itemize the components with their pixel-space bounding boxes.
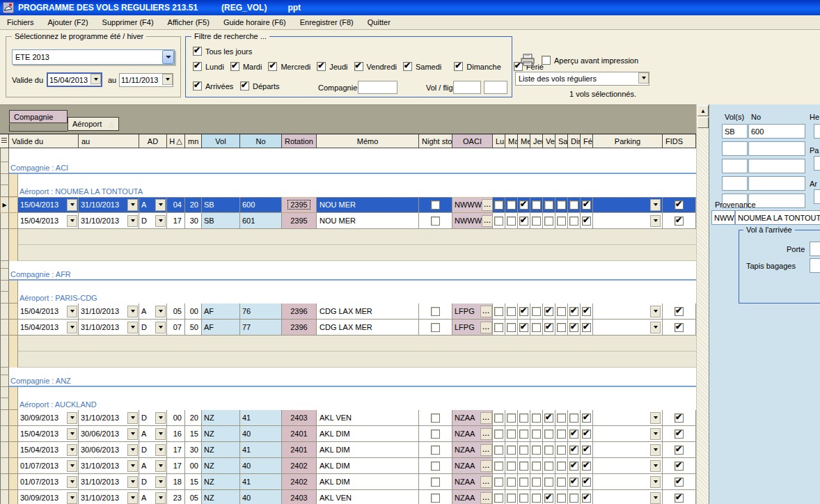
day-checkbox[interactable] [569, 216, 578, 226]
scrollbar-thumb[interactable] [697, 117, 709, 128]
night-stop-checkbox[interactable] [431, 414, 440, 423]
header-night-stop[interactable]: Night stop [419, 134, 452, 148]
fids-cell[interactable] [663, 474, 696, 490]
menu-item-guide[interactable]: Guide horaire (F6) [216, 16, 293, 29]
day-checkbox-samedi[interactable] [403, 62, 412, 71]
fids-cell[interactable] [663, 320, 696, 336]
chevron-down-icon[interactable] [650, 412, 661, 424]
valide-du-cell[interactable]: 15/04/2013 [18, 320, 79, 336]
day-cell-0[interactable] [493, 442, 505, 458]
ellipsis-button[interactable]: ... [480, 428, 492, 440]
chevron-down-icon[interactable] [67, 428, 77, 440]
memo-cell[interactable]: AKL DIM [317, 442, 419, 458]
day-cell-5[interactable] [555, 474, 568, 490]
rotation-cell[interactable]: 2402 [282, 474, 317, 490]
day-checkbox[interactable] [494, 414, 503, 423]
compagnie-input[interactable] [358, 81, 397, 94]
day-checkbox[interactable] [544, 216, 553, 226]
day-checkbox-jeudi[interactable] [317, 62, 326, 71]
minute-cell[interactable]: 15 [185, 426, 202, 442]
day-cell-0[interactable] [493, 213, 505, 229]
row-selector[interactable] [0, 148, 9, 162]
table-row[interactable]: 15/04/201331/10/2013D0750AF772396CDG LAX… [0, 320, 696, 336]
oaci-cell[interactable]: NZAA... [452, 410, 493, 426]
header-au[interactable]: au [79, 134, 139, 148]
chevron-down-icon[interactable] [650, 322, 661, 333]
header-oaci[interactable]: OACI [452, 134, 493, 148]
fids-checkbox[interactable] [675, 446, 684, 455]
au-cell[interactable]: 30/06/2013 [79, 426, 139, 442]
minute-cell[interactable]: 00 [185, 458, 202, 474]
day-cell-0[interactable] [493, 490, 505, 504]
day-checkbox[interactable] [544, 307, 553, 316]
row-selector[interactable] [0, 304, 9, 320]
row-selector[interactable] [0, 292, 9, 304]
day-cell-4[interactable] [543, 197, 555, 213]
row-selector[interactable] [0, 426, 9, 442]
header-fids[interactable]: FIDS [663, 134, 696, 148]
valide-du-cell[interactable]: 15/04/2013 [18, 213, 79, 229]
apercu-checkbox[interactable] [542, 56, 551, 65]
minute-cell[interactable]: 15 [185, 474, 202, 490]
porte-input[interactable] [810, 242, 820, 256]
day-cell-6[interactable] [568, 442, 581, 458]
vol-no-input-3[interactable] [748, 176, 805, 191]
chevron-down-icon[interactable] [127, 412, 138, 424]
minute-cell[interactable]: 05 [185, 490, 202, 504]
day-cell-7[interactable] [581, 197, 593, 213]
day-checkbox[interactable] [519, 414, 528, 423]
table-row[interactable]: 01/07/201331/10/2013A1700NZ402402AKL DIM… [0, 458, 696, 474]
day-checkbox[interactable] [544, 462, 553, 471]
day-checkbox[interactable] [507, 307, 516, 316]
night-stop-checkbox[interactable] [431, 478, 440, 487]
day-cell-2[interactable] [518, 320, 530, 336]
oaci-cell[interactable]: NZAA... [452, 458, 493, 474]
parking-cell[interactable] [593, 304, 663, 320]
header-mn[interactable]: mn [185, 134, 202, 148]
row-selector[interactable] [0, 281, 9, 292]
day-cell-0[interactable] [493, 197, 505, 213]
hour-cell[interactable]: 23 [167, 490, 185, 504]
printer-icon[interactable] [521, 54, 535, 67]
header-vol[interactable]: Vol [202, 134, 240, 148]
fids-checkbox[interactable] [675, 494, 684, 503]
header-day-0[interactable]: Lun [493, 134, 505, 148]
row-selector[interactable] [0, 410, 9, 426]
row-selector[interactable] [0, 375, 9, 387]
day-cell-4[interactable] [543, 320, 555, 336]
no-cell[interactable]: 40 [240, 458, 282, 474]
chevron-down-icon[interactable] [67, 460, 77, 472]
report-select[interactable]: Liste des vols réguliers [515, 72, 649, 86]
chevron-down-icon[interactable] [127, 444, 138, 456]
day-checkbox[interactable] [544, 323, 553, 332]
minute-cell[interactable]: 00 [185, 304, 202, 320]
day-checkbox[interactable] [569, 478, 578, 487]
day-cell-7[interactable] [581, 410, 593, 426]
day-cell-0[interactable] [493, 304, 505, 320]
au-cell[interactable]: 31/10/2013 [79, 320, 139, 336]
oaci-cell[interactable]: NZAA... [452, 474, 493, 490]
day-cell-7[interactable] [581, 458, 593, 474]
day-checkbox[interactable] [569, 430, 578, 439]
day-cell-6[interactable] [568, 304, 581, 320]
row-selector[interactable] [0, 213, 9, 229]
chevron-down-icon[interactable] [127, 428, 138, 440]
day-checkbox[interactable] [532, 216, 541, 226]
ellipsis-button[interactable]: ... [480, 444, 492, 456]
heure-input[interactable] [814, 124, 820, 139]
valide-du-cell[interactable]: 30/09/2013 [18, 410, 79, 426]
day-cell-0[interactable] [493, 410, 505, 426]
vol-cell[interactable]: SB [202, 197, 240, 213]
day-cell-3[interactable] [530, 304, 543, 320]
rotation-cell[interactable]: 2403 [282, 490, 317, 504]
day-checkbox[interactable] [557, 446, 566, 455]
vol-cell[interactable]: NZ [202, 474, 240, 490]
hour-cell[interactable]: 17 [167, 442, 185, 458]
row-selector[interactable] [0, 474, 9, 490]
day-checkbox[interactable] [557, 200, 566, 210]
parking-cell[interactable] [593, 213, 663, 229]
day-checkbox[interactable] [532, 430, 541, 439]
fids-cell[interactable] [663, 426, 696, 442]
minute-cell[interactable]: 30 [185, 213, 202, 229]
day-cell-1[interactable] [505, 490, 518, 504]
